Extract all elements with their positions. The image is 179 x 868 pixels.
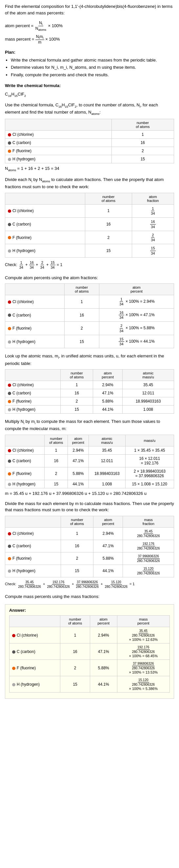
f-dot: [8, 150, 11, 153]
mm-cl-dot: [8, 449, 11, 452]
table-row: C (carbon) 16 47.1% 12.011: [5, 389, 174, 397]
mf-h-label: H (hydrogen): [5, 565, 61, 577]
mm-h-atomic: 1.008: [88, 480, 125, 488]
am-h-atoms: 15: [61, 405, 93, 414]
ap-c-atoms: 16: [64, 308, 99, 322]
ans-f-dot: [12, 667, 16, 670]
mf-c-label: C (carbon): [5, 540, 61, 552]
am-header-mass: atomicmass/u: [123, 370, 174, 381]
mm-cl-mass: 1 × 35.45 = 35.45: [125, 446, 174, 454]
af-f-frac: 234: [132, 231, 174, 244]
mf-header-count: numberof atoms: [61, 516, 93, 527]
atom-percents-text: Compute atom percents using the atom fra…: [5, 275, 174, 281]
am-f-atoms: 2: [61, 397, 93, 405]
table-row: Cl (chlorine) 1: [5, 131, 174, 139]
am-h-dot: [8, 408, 11, 411]
ans-header-element: [9, 616, 60, 627]
af-header-fraction: atomfraction: [132, 193, 174, 204]
am-c-pct: 47.1%: [93, 389, 123, 397]
am-c-atoms: 16: [61, 389, 93, 397]
atom-percent-formula: atom percent = Ni Natoms × 100%: [5, 21, 174, 32]
am-f-dot: [8, 400, 11, 403]
mm-f-label: F (fluorine): [5, 467, 45, 480]
table-row: H (hydrogen) 15 44.1% 15.120280.74280632…: [5, 565, 174, 577]
ap-h-pct: 1534 × 100% = 44.1%: [99, 335, 174, 348]
mm-c-pct: 47.1%: [68, 454, 88, 467]
mf-h-frac: 15.120280.742806326: [123, 565, 174, 577]
divide-text: Divide each Ni by Natoms to calculate at…: [5, 177, 174, 190]
am-header-percent: atompercent: [93, 370, 123, 381]
header-section: Find the elemental composition for 1,1'-…: [5, 3, 174, 16]
atomic-mass-table: numberof atoms atompercent atomicmass/u …: [5, 369, 174, 414]
table-row: H (hydrogen) 15 44.1% 1.008: [5, 405, 174, 414]
ans-c-mass-pct: 192.176280.742806326× 100% = 68.45%: [117, 644, 170, 660]
h-dot: [8, 158, 11, 161]
mm-f-pct: 5.88%: [68, 467, 88, 480]
am-cl-atoms: 1: [61, 381, 93, 389]
use-formula-text: Use the chemical formula, C16H15ClF2, to…: [5, 102, 174, 116]
mass-fractions-table: numberof atoms atompercent massfraction …: [5, 516, 174, 577]
am-f-pct: 5.88%: [93, 397, 123, 405]
formula-section: Write the chemical formula: C16H15ClF2: [5, 83, 174, 97]
cl-atom-count: 1: [111, 131, 174, 139]
af-header-count: numberof atoms: [85, 193, 132, 204]
answer-label: Answer:: [9, 608, 170, 613]
mm-f-mass: 2 × 18.998403163= 37.996806326: [125, 467, 174, 480]
mm-cl-pct: 2.94%: [68, 446, 88, 454]
formula-display: C16H15ClF2: [5, 92, 174, 97]
atom-fractions-section: Divide each Ni by Natoms to calculate at…: [5, 177, 174, 270]
ans-c-dot: [12, 650, 16, 654]
plan-list: Write the chemical formula and gather at…: [11, 57, 174, 78]
ans-c-label: C (carbon): [9, 644, 60, 660]
h-element-label: H (hydrogen): [5, 155, 112, 163]
table-row: Cl (chlorine) 1 134: [5, 204, 174, 218]
mm-f-atoms: 2: [45, 467, 68, 480]
am-cl-dot: [8, 383, 11, 387]
table-row: F (fluorine) 2 234: [5, 231, 174, 244]
mf-f-dot: [8, 557, 11, 560]
mm-header-count: numberof atoms: [45, 435, 68, 446]
compute-mass-percents-text: Compute mass percents using the mass fra…: [5, 593, 174, 600]
ap-f-pct: 234 × 100% = 5.88%: [99, 322, 174, 335]
mm-h-atoms: 15: [45, 480, 68, 488]
f-atom-count: 2: [111, 147, 174, 155]
ap-h-dot: [8, 340, 11, 344]
af-cl-atoms: 1: [85, 204, 132, 218]
am-h-label: H (hydrogen): [5, 405, 61, 414]
am-header-count: numberof atoms: [61, 370, 93, 381]
af-c-dot: [8, 223, 11, 226]
table-row: F (fluorine) 2 5.88% 37.996806326280.742…: [5, 552, 174, 565]
table-row: F (fluorine) 2 5.88% 18.998403163: [5, 397, 174, 405]
mass-percent-formula: mass percent = Nimi m × 100%: [5, 34, 174, 44]
ans-header-mass-pct: masspercent: [117, 616, 170, 627]
ans-cl-atom-pct: 2.94%: [90, 627, 117, 644]
mf-c-pct: 47.1%: [94, 540, 123, 552]
mm-cl-atoms: 1: [45, 446, 68, 454]
lookup-text: Look up the atomic mass, mi, in unified …: [5, 353, 174, 367]
mf-c-dot: [8, 545, 11, 548]
af-c-frac: 1634: [132, 218, 174, 231]
ap-h-atoms: 15: [64, 335, 99, 348]
ans-f-mass-pct: 37.996806326280.742806326× 100% = 13.53%: [117, 660, 170, 676]
f-element-label: F (fluorine): [5, 147, 112, 155]
ans-h-dot: [12, 683, 16, 686]
answer-table: numberof atoms atompercent masspercent C…: [9, 615, 170, 692]
mm-header-element: [5, 435, 45, 446]
ap-f-label: F (fluorine): [5, 322, 65, 335]
mf-f-atoms: 2: [61, 552, 93, 565]
plan-step-3: Finally, compute the percents and check …: [11, 72, 174, 78]
table-row: C (carbon) 16 1634 × 100% = 47.1%: [5, 308, 174, 322]
table-row: H (hydrogen) 15 1534 × 100% = 44.1%: [5, 335, 174, 348]
mm-header-mass: mass/u: [125, 435, 174, 446]
ap-cl-label: Cl (chlorine): [5, 295, 65, 309]
am-cl-label: Cl (chlorine): [5, 381, 61, 389]
ans-c-atom-pct: 47.1%: [90, 644, 117, 660]
af-c-atoms: 16: [85, 218, 132, 231]
mm-c-label: C (carbon): [5, 454, 45, 467]
af-header-element: [5, 193, 85, 204]
mf-f-pct: 5.88%: [94, 552, 123, 565]
mass-percents-section: Compute mass percents using the mass fra…: [5, 593, 174, 600]
table-row: C (carbon) 16 47.1% 192.176280.742806326: [5, 540, 174, 552]
am-f-label: F (fluorine): [5, 397, 61, 405]
am-cl-mass: 35.45: [123, 381, 174, 389]
